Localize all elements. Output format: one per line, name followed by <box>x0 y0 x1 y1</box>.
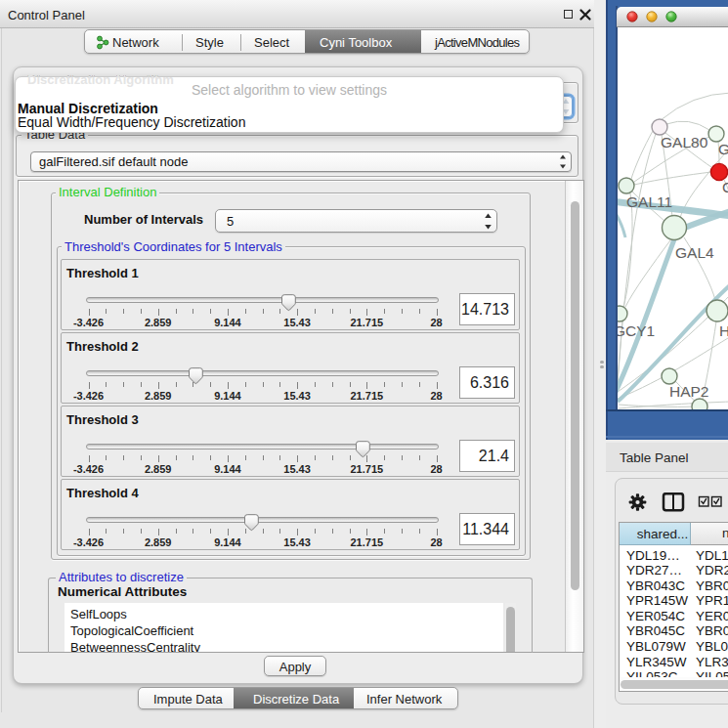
svg-text:H: H <box>719 322 728 339</box>
svg-text:GA: GA <box>718 141 728 157</box>
svg-text:GAL80: GAL80 <box>661 134 708 150</box>
svg-text:GAL4: GAL4 <box>675 244 714 261</box>
svg-text:C: C <box>722 179 728 195</box>
svg-text:GAL11: GAL11 <box>626 193 672 210</box>
svg-text:HAP2: HAP2 <box>669 383 709 400</box>
svg-text:GCY1: GCY1 <box>618 322 655 339</box>
